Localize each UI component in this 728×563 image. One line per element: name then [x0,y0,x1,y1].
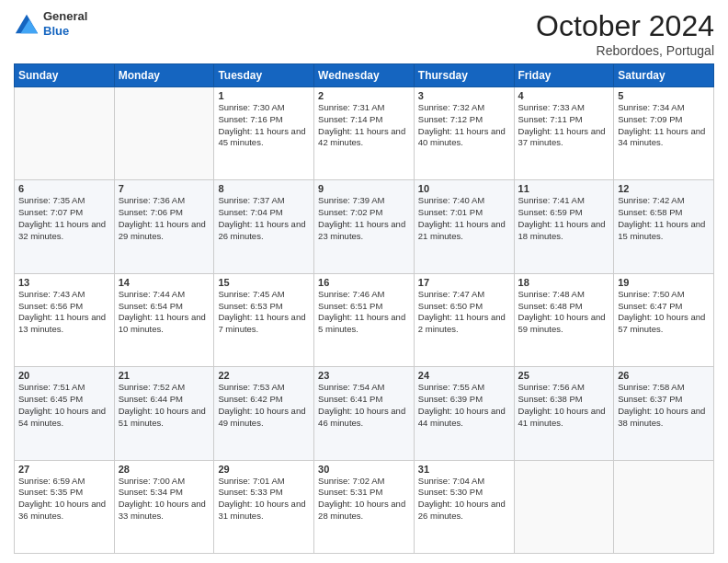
day-info: Sunrise: 7:31 AM Sunset: 7:14 PM Dayligh… [318,102,410,149]
calendar-cell: 7Sunrise: 7:36 AM Sunset: 7:06 PM Daylig… [114,180,214,273]
title-block: October 2024 Rebordoes, Portugal [536,9,714,58]
day-info: Sunrise: 7:37 AM Sunset: 7:04 PM Dayligh… [218,195,310,242]
day-number: 14 [119,277,210,288]
calendar-cell [514,460,614,553]
day-number: 18 [518,277,610,288]
calendar-week-4: 20Sunrise: 7:51 AM Sunset: 6:45 PM Dayli… [15,367,714,460]
calendar-cell: 21Sunrise: 7:52 AM Sunset: 6:44 PM Dayli… [114,367,214,460]
calendar-week-2: 6Sunrise: 7:35 AM Sunset: 7:07 PM Daylig… [15,180,714,273]
header: General Blue October 2024 Rebordoes, Por… [14,9,714,58]
logo-icon [14,11,40,37]
day-info: Sunrise: 6:59 AM Sunset: 5:35 PM Dayligh… [18,476,110,523]
calendar-cell: 18Sunrise: 7:48 AM Sunset: 6:48 PM Dayli… [514,273,614,366]
calendar-cell: 28Sunrise: 7:00 AM Sunset: 5:34 PM Dayli… [114,460,214,553]
day-number: 8 [218,183,310,194]
calendar-cell [614,460,714,553]
calendar-cell: 14Sunrise: 7:44 AM Sunset: 6:54 PM Dayli… [114,273,214,366]
day-number: 3 [418,90,510,101]
day-number: 13 [18,277,110,288]
day-number: 30 [318,464,410,475]
day-info: Sunrise: 7:48 AM Sunset: 6:48 PM Dayligh… [518,289,610,336]
day-info: Sunrise: 7:00 AM Sunset: 5:34 PM Dayligh… [119,476,210,523]
day-number: 28 [119,464,210,475]
calendar-header-saturday: Saturday [614,64,714,87]
calendar-cell: 4Sunrise: 7:33 AM Sunset: 7:11 PM Daylig… [514,87,614,180]
calendar-cell [114,87,214,180]
day-number: 20 [18,370,110,381]
calendar-header-tuesday: Tuesday [214,64,314,87]
calendar-cell: 1Sunrise: 7:30 AM Sunset: 7:16 PM Daylig… [214,87,314,180]
calendar-cell: 2Sunrise: 7:31 AM Sunset: 7:14 PM Daylig… [314,87,415,180]
logo: General Blue [14,9,87,38]
day-info: Sunrise: 7:02 AM Sunset: 5:31 PM Dayligh… [318,476,410,523]
calendar-cell: 20Sunrise: 7:51 AM Sunset: 6:45 PM Dayli… [15,367,115,460]
day-number: 26 [618,370,710,381]
day-info: Sunrise: 7:43 AM Sunset: 6:56 PM Dayligh… [18,289,110,336]
calendar-cell: 23Sunrise: 7:54 AM Sunset: 6:41 PM Dayli… [314,367,415,460]
calendar-cell [15,87,115,180]
logo-text: General Blue [43,9,87,38]
day-info: Sunrise: 7:42 AM Sunset: 6:58 PM Dayligh… [618,195,710,242]
calendar-cell: 15Sunrise: 7:45 AM Sunset: 6:53 PM Dayli… [214,273,314,366]
logo-blue: Blue [43,24,87,39]
calendar-cell: 16Sunrise: 7:46 AM Sunset: 6:51 PM Dayli… [314,273,415,366]
calendar-cell: 30Sunrise: 7:02 AM Sunset: 5:31 PM Dayli… [314,460,415,553]
logo-general: General [43,9,87,24]
day-number: 19 [618,277,710,288]
calendar-cell: 26Sunrise: 7:58 AM Sunset: 6:37 PM Dayli… [614,367,714,460]
day-info: Sunrise: 7:44 AM Sunset: 6:54 PM Dayligh… [119,289,210,336]
day-info: Sunrise: 7:30 AM Sunset: 7:16 PM Dayligh… [218,102,310,149]
day-number: 2 [318,90,410,101]
day-number: 29 [218,464,310,475]
day-info: Sunrise: 7:54 AM Sunset: 6:41 PM Dayligh… [318,382,410,429]
calendar-cell: 6Sunrise: 7:35 AM Sunset: 7:07 PM Daylig… [15,180,115,273]
location: Rebordoes, Portugal [536,43,714,58]
day-number: 16 [318,277,410,288]
day-number: 11 [518,183,610,194]
calendar-cell: 12Sunrise: 7:42 AM Sunset: 6:58 PM Dayli… [614,180,714,273]
day-info: Sunrise: 7:32 AM Sunset: 7:12 PM Dayligh… [418,102,510,149]
calendar-week-5: 27Sunrise: 6:59 AM Sunset: 5:35 PM Dayli… [15,460,714,553]
day-info: Sunrise: 7:46 AM Sunset: 6:51 PM Dayligh… [318,289,410,336]
calendar-table: SundayMondayTuesdayWednesdayThursdayFrid… [14,63,714,554]
day-info: Sunrise: 7:51 AM Sunset: 6:45 PM Dayligh… [18,382,110,429]
day-info: Sunrise: 7:36 AM Sunset: 7:06 PM Dayligh… [119,195,210,242]
calendar-cell: 5Sunrise: 7:34 AM Sunset: 7:09 PM Daylig… [614,87,714,180]
calendar-cell: 10Sunrise: 7:40 AM Sunset: 7:01 PM Dayli… [414,180,514,273]
calendar-header-wednesday: Wednesday [314,64,415,87]
calendar-cell: 3Sunrise: 7:32 AM Sunset: 7:12 PM Daylig… [414,87,514,180]
calendar-cell: 13Sunrise: 7:43 AM Sunset: 6:56 PM Dayli… [15,273,115,366]
calendar-cell: 24Sunrise: 7:55 AM Sunset: 6:39 PM Dayli… [414,367,514,460]
day-number: 4 [518,90,610,101]
calendar-week-3: 13Sunrise: 7:43 AM Sunset: 6:56 PM Dayli… [15,273,714,366]
day-info: Sunrise: 7:35 AM Sunset: 7:07 PM Dayligh… [18,195,110,242]
calendar-cell: 22Sunrise: 7:53 AM Sunset: 6:42 PM Dayli… [214,367,314,460]
day-number: 9 [318,183,410,194]
day-number: 15 [218,277,310,288]
day-number: 22 [218,370,310,381]
day-number: 24 [418,370,510,381]
day-number: 12 [618,183,710,194]
calendar-cell: 8Sunrise: 7:37 AM Sunset: 7:04 PM Daylig… [214,180,314,273]
calendar-cell: 31Sunrise: 7:04 AM Sunset: 5:30 PM Dayli… [414,460,514,553]
day-number: 31 [418,464,510,475]
calendar-cell: 17Sunrise: 7:47 AM Sunset: 6:50 PM Dayli… [414,273,514,366]
day-info: Sunrise: 7:01 AM Sunset: 5:33 PM Dayligh… [218,476,310,523]
calendar-header-monday: Monday [114,64,214,87]
day-info: Sunrise: 7:39 AM Sunset: 7:02 PM Dayligh… [318,195,410,242]
day-info: Sunrise: 7:47 AM Sunset: 6:50 PM Dayligh… [418,289,510,336]
calendar-week-1: 1Sunrise: 7:30 AM Sunset: 7:16 PM Daylig… [15,87,714,180]
calendar-cell: 27Sunrise: 6:59 AM Sunset: 5:35 PM Dayli… [15,460,115,553]
day-number: 27 [18,464,110,475]
day-number: 5 [618,90,710,101]
day-info: Sunrise: 7:58 AM Sunset: 6:37 PM Dayligh… [618,382,710,429]
calendar-header-friday: Friday [514,64,614,87]
day-number: 7 [119,183,210,194]
day-number: 17 [418,277,510,288]
day-number: 6 [18,183,110,194]
calendar-header-thursday: Thursday [414,64,514,87]
day-number: 21 [119,370,210,381]
day-info: Sunrise: 7:40 AM Sunset: 7:01 PM Dayligh… [418,195,510,242]
day-number: 10 [418,183,510,194]
day-number: 1 [218,90,310,101]
